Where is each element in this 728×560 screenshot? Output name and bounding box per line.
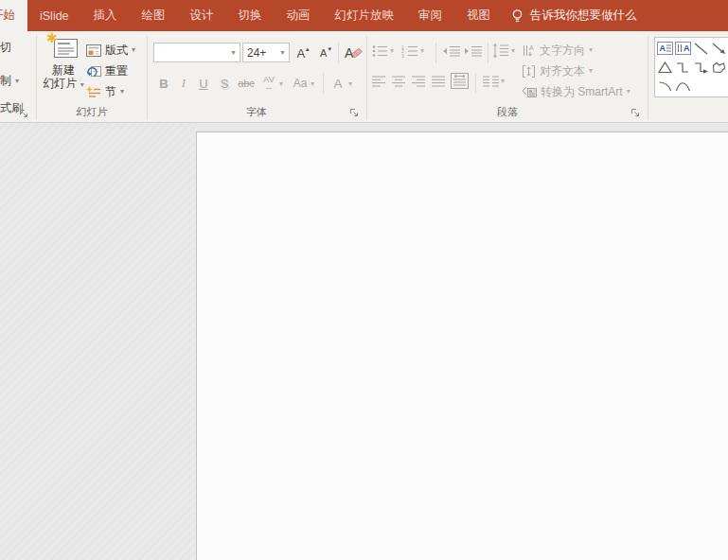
italic-button[interactable]: I: [176, 74, 191, 93]
font-color-button[interactable]: A: [330, 74, 346, 93]
change-case-button[interactable]: Aa: [291, 74, 310, 93]
triangle-icon[interactable]: [656, 58, 674, 77]
align-center-icon: [392, 75, 406, 88]
group-slides: ✱ 新建 幻灯片 ▾ 版式 ▾: [37, 31, 147, 122]
dialog-launcher-icon: [630, 108, 641, 118]
convert-smartart-button[interactable]: 转换为 SmartArt ▾: [522, 82, 630, 101]
ribbon-tab[interactable]: 审阅: [406, 0, 454, 31]
textbox-vertical-icon[interactable]: A: [674, 39, 692, 58]
dropdown-arrow-icon: ▾: [627, 88, 630, 96]
ribbon: 切 制 ▾ 式刷 ✱ 新: [0, 31, 728, 123]
group-paragraph: ▾ 1 2 3 ▾: [367, 31, 648, 122]
distributed-button[interactable]: [451, 73, 469, 89]
group-drawing: A A: [648, 31, 728, 122]
ribbon-tab-bar: 开始 iSlide插入绘图设计切换动画幻灯片放映审阅视图 告诉我你想要做什么: [0, 0, 728, 31]
character-spacing-icon: AV ↔: [263, 76, 275, 91]
dropdown-arrow-icon: ▾: [120, 88, 124, 96]
svg-text:A: A: [660, 44, 666, 53]
numbering-button[interactable]: 1 2 3 ▾: [401, 44, 424, 58]
line-spacing-icon: [492, 43, 509, 59]
textbox-horizontal-icon[interactable]: A: [656, 39, 674, 58]
decrease-indent-button[interactable]: [442, 44, 461, 58]
dropdown-arrow-icon[interactable]: ▾: [311, 80, 314, 88]
slide-thumbnail-panel[interactable]: [0, 123, 195, 560]
shrink-font-button[interactable]: A ▾: [315, 44, 336, 62]
freeform-icon[interactable]: [710, 58, 728, 77]
bold-button[interactable]: B: [155, 74, 172, 93]
group-clipboard: 切 制 ▾ 式刷: [0, 31, 36, 122]
group-font: ▾ 24+ ▾ A ▴ A ▾ A: [148, 31, 365, 122]
dialog-launcher-paragraph[interactable]: [630, 108, 641, 118]
layout-button[interactable]: 版式 ▾: [86, 41, 135, 60]
tell-me-label: 告诉我你想要做什么: [530, 8, 637, 24]
dialog-launcher-clipboard[interactable]: [19, 109, 29, 119]
copy-button[interactable]: 制 ▾: [0, 73, 19, 89]
font-size-value: 24+: [243, 46, 276, 60]
align-left-icon: [372, 75, 386, 88]
ribbon-tab[interactable]: 幻灯片放映: [323, 0, 407, 31]
underline-button[interactable]: U: [195, 74, 212, 93]
elbow-connector-icon[interactable]: [674, 58, 692, 77]
section-button[interactable]: 节 ▾: [86, 82, 124, 101]
text-direction-button[interactable]: A 文字方向 ▾: [522, 41, 593, 60]
shrink-arrow-icon: ▾: [328, 45, 331, 53]
dialog-launcher-icon: [349, 108, 360, 118]
dropdown-arrow-icon: ▾: [390, 47, 394, 55]
dropdown-arrow-icon: ▾: [589, 67, 593, 75]
cut-button[interactable]: 切: [0, 40, 11, 56]
ribbon-tab[interactable]: iSlide: [27, 0, 81, 31]
align-text-button[interactable]: 对齐文本 ▾: [522, 61, 593, 80]
dropdown-arrow-icon[interactable]: ▾: [348, 80, 352, 88]
dropdown-arrow-icon: ▾: [80, 80, 84, 89]
justify-button[interactable]: [432, 75, 446, 88]
grow-arrow-icon: ▴: [306, 45, 310, 53]
tell-me-box[interactable]: 告诉我你想要做什么: [511, 0, 637, 31]
dropdown-arrow-icon: ▾: [589, 46, 593, 54]
dropdown-arrow-icon[interactable]: ▾: [276, 44, 289, 61]
svg-text:3: 3: [401, 53, 404, 59]
group-label-font: 字体: [148, 105, 365, 119]
strikethrough-button[interactable]: abc: [235, 74, 257, 93]
sparkle-icon: ✱: [46, 31, 58, 44]
grow-font-button[interactable]: A ▴: [293, 44, 313, 62]
numbering-icon: 1 2 3: [401, 44, 418, 58]
ribbon-tab[interactable]: 插入: [81, 0, 130, 31]
text-shadow-button[interactable]: S: [216, 74, 233, 93]
ribbon-tab[interactable]: 设计: [178, 0, 226, 31]
elbow-arrow-connector-icon[interactable]: [692, 58, 710, 77]
lightbulb-icon: [511, 9, 524, 24]
dialog-launcher-font[interactable]: [349, 108, 360, 118]
svg-text:A: A: [684, 44, 690, 53]
dropdown-arrow-icon: ▾: [501, 78, 505, 85]
columns-button[interactable]: ▾: [483, 75, 505, 88]
dropdown-arrow-icon[interactable]: ▾: [227, 44, 240, 61]
align-right-icon: [412, 75, 426, 88]
font-name-combobox[interactable]: ▾: [153, 43, 240, 62]
arc-icon[interactable]: [656, 77, 674, 96]
dropdown-arrow-icon: ▾: [15, 78, 19, 85]
smartart-icon: [522, 85, 537, 98]
group-label-slides: 幻灯片: [37, 105, 147, 119]
align-center-button[interactable]: [392, 75, 406, 88]
layout-icon: [86, 44, 101, 57]
align-right-button[interactable]: [412, 75, 426, 88]
curve-icon[interactable]: [674, 77, 692, 96]
character-spacing-button[interactable]: AV ↔: [259, 73, 278, 94]
clear-formatting-button[interactable]: A: [342, 43, 364, 62]
ribbon-tab[interactable]: 切换: [226, 0, 275, 31]
ribbon-tab[interactable]: 视图: [454, 0, 503, 31]
line-spacing-button[interactable]: ▾: [492, 43, 515, 59]
align-left-button[interactable]: [372, 75, 386, 88]
dropdown-arrow-icon[interactable]: ▾: [279, 80, 283, 88]
section-icon: [86, 86, 101, 98]
line-icon[interactable]: [692, 39, 710, 58]
arrow-icon[interactable]: [710, 39, 728, 58]
bullets-button[interactable]: ▾: [372, 44, 394, 58]
font-size-combobox[interactable]: 24+ ▾: [242, 43, 290, 62]
reset-button[interactable]: 重置: [86, 61, 128, 80]
slide-canvas[interactable]: [196, 131, 728, 560]
increase-indent-button[interactable]: [464, 44, 483, 58]
ribbon-tab[interactable]: 动画: [275, 0, 323, 31]
ribbon-tab[interactable]: 绘图: [130, 0, 178, 31]
tab-home[interactable]: 开始: [0, 0, 27, 31]
